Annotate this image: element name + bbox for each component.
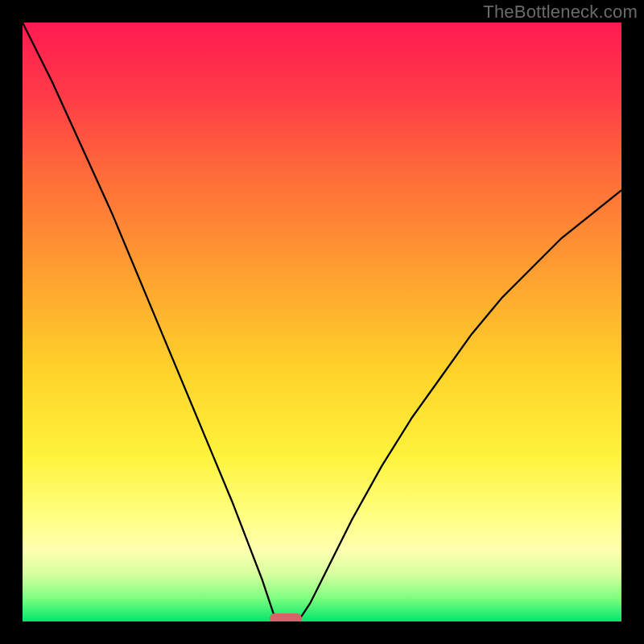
gradient-background: [23, 23, 621, 621]
watermark-text: TheBottleneck.com: [483, 2, 638, 23]
chart-plot-area: [23, 23, 621, 621]
optimal-marker-pill: [270, 613, 302, 621]
